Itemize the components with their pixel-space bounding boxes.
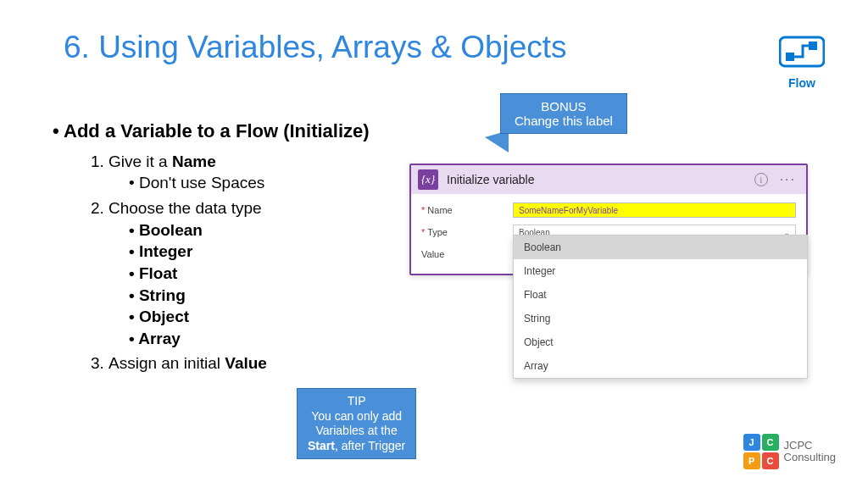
- bonus-line2: Change this label: [515, 114, 613, 128]
- step-1: Give it a Name Don't use Spaces: [108, 149, 407, 196]
- jcpc-logo: J C P C JCPC Consulting: [743, 434, 836, 469]
- step-3: Assign an initial Value: [108, 351, 407, 376]
- bonus-line1: BONUS: [515, 99, 613, 114]
- content-body: Add a Variable to a Flow (Initialize) Gi…: [68, 119, 407, 376]
- label-type-text: Type: [427, 227, 448, 237]
- jcpc-tile-c1: C: [762, 434, 779, 451]
- tip-line2: You can only add: [308, 409, 405, 424]
- step-2-sub-5: Array: [129, 328, 407, 350]
- step-1-sub-0: Don't use Spaces: [129, 172, 407, 194]
- dropdown-option-object[interactable]: Object: [514, 330, 807, 354]
- jcpc-tile-p: P: [743, 452, 760, 469]
- flow-icon: [779, 34, 825, 71]
- step-1-sub: Don't use Spaces: [108, 172, 407, 194]
- flow-logo-label: Flow: [776, 76, 827, 90]
- step-2-pre: Choose the data type: [108, 199, 262, 217]
- jcpc-tile-c2: C: [762, 452, 779, 469]
- svg-rect-2: [809, 42, 817, 50]
- step-2-sub-0: Boolean: [129, 219, 407, 241]
- jcpc-tile-j: J: [743, 434, 760, 451]
- dropdown-option-float[interactable]: Float: [514, 283, 807, 307]
- step-2-sub-3: String: [129, 285, 407, 307]
- svg-rect-1: [786, 53, 794, 61]
- tip-line1: TIP: [308, 394, 405, 409]
- tip-line4: Start, after Trigger: [308, 439, 405, 454]
- jcpc-logo-text: JCPC Consulting: [784, 440, 836, 464]
- jcpc-logo-grid: J C P C: [743, 434, 779, 469]
- slide-title: 6. Using Variables, Arrays & Objects: [64, 30, 567, 65]
- row-name: * Name SomeNameForMyVariable: [421, 199, 796, 221]
- bonus-callout: BONUS Change this label: [500, 93, 627, 134]
- step-2: Choose the data type Boolean Integer Flo…: [108, 196, 407, 351]
- dropdown-option-array[interactable]: Array: [514, 354, 807, 378]
- step-2-sub-4: Object: [129, 306, 407, 328]
- content-heading: Add a Variable to a Flow (Initialize): [68, 119, 407, 144]
- label-name-text: Name: [427, 205, 452, 215]
- step-2-sub: Boolean Integer Float String Object Arra…: [108, 219, 407, 350]
- tip-line3: Variables at the: [308, 424, 405, 439]
- step-2-sub-1: Integer: [129, 241, 407, 263]
- card-title: Initialize variable: [447, 173, 746, 186]
- type-dropdown: Boolean Integer Float String Object Arra…: [513, 235, 808, 379]
- name-input[interactable]: SomeNameForMyVariable: [513, 202, 796, 218]
- tip-callout: TIP You can only add Variables at the St…: [297, 388, 416, 459]
- jcpc-line1: JCPC: [784, 440, 836, 452]
- steps-list: Give it a Name Don't use Spaces Choose t…: [68, 149, 407, 376]
- dropdown-option-boolean[interactable]: Boolean: [514, 236, 807, 259]
- step-2-sub-2: Float: [129, 263, 407, 285]
- label-value: Value: [421, 249, 513, 259]
- dropdown-option-integer[interactable]: Integer: [514, 259, 807, 283]
- variable-icon: {x}: [418, 169, 438, 190]
- label-name: * Name: [421, 205, 513, 215]
- more-icon[interactable]: ···: [776, 172, 799, 187]
- dropdown-option-string[interactable]: String: [514, 307, 807, 330]
- tip-line4-bold: Start: [308, 439, 335, 452]
- step-3-pre: Assign an initial: [108, 354, 225, 372]
- step-1-bold: Name: [172, 152, 216, 170]
- step-3-bold: Value: [225, 354, 267, 372]
- jcpc-line2: Consulting: [784, 452, 836, 463]
- step-1-pre: Give it a: [108, 152, 172, 170]
- tip-line4-rest: , after Trigger: [335, 439, 405, 452]
- label-type: * Type: [421, 227, 513, 237]
- card-header[interactable]: {x} Initialize variable i ···: [411, 165, 806, 194]
- info-icon[interactable]: i: [754, 173, 768, 186]
- flow-logo: Flow: [776, 34, 827, 90]
